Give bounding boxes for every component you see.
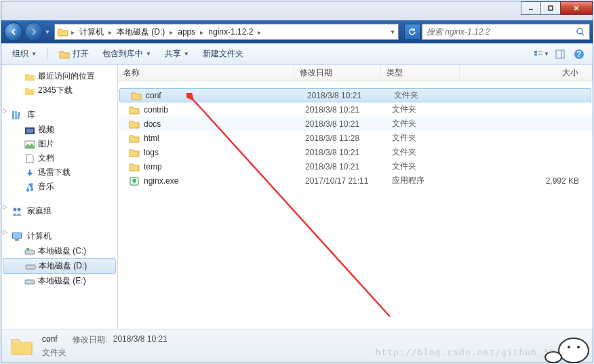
forward-button[interactable] [24, 22, 43, 41]
breadcrumb-apps[interactable]: apps [176, 26, 197, 37]
svg-rect-25 [25, 250, 35, 254]
file-date: 2018/3/8 10:21 [300, 162, 387, 171]
sidebar-library[interactable]: 库 [1, 107, 117, 123]
sidebar-disk-e[interactable]: 本地磁盘 (E:) [1, 274, 117, 288]
status-type: 文件夹 [42, 347, 66, 359]
view-options-button[interactable]: ▼ [533, 46, 549, 62]
svg-rect-15 [15, 111, 17, 119]
address-bar[interactable]: ▸ 计算机 ▸ 本地磁盘 (D:) ▸ apps ▸ nginx-1.12.2 … [54, 24, 399, 40]
include-library-button[interactable]: 包含到库中 ▼ [97, 45, 157, 62]
refresh-button[interactable] [404, 24, 420, 40]
column-headers: 名称 修改日期 类型 大小 [118, 65, 593, 81]
preview-pane-button[interactable] [552, 46, 568, 62]
file-row[interactable]: conf2018/3/8 10:21文件夹 [119, 88, 591, 102]
minimize-button[interactable] [521, 1, 541, 15]
file-row[interactable]: contrib2018/3/8 10:21文件夹 [118, 102, 593, 117]
document-icon [24, 154, 35, 163]
svg-rect-6 [534, 51, 537, 53]
new-folder-button[interactable]: 新建文件夹 [197, 45, 249, 62]
toolbar: 组织 ▼ 打开 包含到库中 ▼ 共享 ▼ 新建文件夹 ▼ ? [1, 43, 593, 65]
file-name: html [123, 134, 300, 143]
file-date: 2018/3/8 11:28 [300, 134, 387, 143]
status-name: conf [42, 334, 58, 346]
breadcrumb-computer[interactable]: 计算机 [77, 26, 106, 39]
chevron-right-icon: ▸ [170, 28, 173, 36]
svg-rect-14 [12, 111, 14, 119]
svg-point-32 [568, 346, 570, 348]
file-type: 文件夹 [387, 161, 465, 172]
svg-point-31 [559, 338, 589, 363]
organize-button[interactable]: 组织 ▼ [7, 45, 42, 62]
svg-rect-16 [17, 111, 20, 119]
file-row[interactable]: temp2018/3/8 10:21文件夹 [118, 159, 593, 174]
file-name: docs [123, 119, 300, 129]
explorer-window: ▼ ▸ 计算机 ▸ 本地磁盘 (D:) ▸ apps ▸ nginx-1.12.… [1, 1, 593, 363]
chevron-right-icon: ▸ [258, 28, 261, 36]
file-name: conf [125, 91, 302, 100]
sidebar-homegroup[interactable]: 家庭组 [1, 203, 117, 219]
sidebar-music[interactable]: 音乐 [1, 180, 117, 194]
file-row[interactable]: docs2018/3/8 10:21文件夹 [118, 117, 593, 131]
search-input[interactable] [427, 27, 576, 37]
search-box[interactable] [422, 24, 590, 40]
sidebar-documents[interactable]: 文档 [1, 151, 117, 165]
file-date: 2017/10/17 21:11 [300, 176, 387, 186]
svg-rect-7 [534, 54, 537, 56]
file-type: 应用程序 [387, 175, 465, 186]
svg-rect-18 [26, 129, 33, 133]
sidebar-disk-d[interactable]: 本地磁盘 (D:) [3, 258, 116, 274]
file-size: 2,992 KB [465, 176, 593, 186]
expand-icon[interactable]: ▷ [3, 203, 7, 210]
file-name: temp [123, 162, 300, 171]
svg-rect-1 [549, 6, 553, 10]
drive-icon [25, 262, 36, 271]
breadcrumb-nginx[interactable]: nginx-1.12.2 [206, 26, 255, 37]
sidebar-disk-c[interactable]: 本地磁盘 (C:) [1, 244, 117, 258]
file-type: 文件夹 [387, 132, 465, 144]
folder-icon [24, 86, 35, 96]
file-date: 2018/3/8 10:21 [300, 148, 387, 157]
homegroup-icon [11, 206, 23, 217]
sidebar-videos[interactable]: 视频 [1, 123, 117, 137]
file-name: logs [123, 148, 300, 157]
breadcrumb-disk[interactable]: 本地磁盘 (D:) [115, 26, 167, 39]
column-type[interactable]: 类型 [381, 65, 460, 81]
open-button[interactable]: 打开 [54, 45, 94, 62]
close-button[interactable] [560, 1, 593, 15]
file-row[interactable]: logs2018/3/8 10:21文件夹 [118, 145, 593, 159]
sidebar-pictures[interactable]: 图片 [1, 137, 117, 151]
address-dropdown-icon[interactable]: ▼ [390, 29, 395, 35]
watermark: http://blog.csdn.net/github_3906 [376, 347, 567, 357]
history-dropdown-icon[interactable]: ▼ [45, 29, 50, 35]
expand-icon[interactable]: ▷ [3, 228, 7, 235]
chevron-right-icon: ▸ [71, 28, 75, 36]
file-row[interactable]: nginx.exe2017/10/17 21:11应用程序2,992 KB [118, 174, 593, 188]
sidebar-xunlei[interactable]: 迅雷下载 [1, 165, 117, 180]
maximize-button[interactable] [540, 1, 561, 15]
chevron-right-icon: ▸ [108, 28, 112, 36]
library-icon [11, 110, 23, 121]
svg-rect-10 [556, 50, 564, 58]
column-size[interactable]: 大小 [460, 65, 593, 81]
expand-icon[interactable]: ▷ [3, 107, 7, 114]
folder-large-icon [9, 334, 34, 359]
help-button[interactable]: ? [571, 46, 587, 62]
svg-rect-27 [26, 265, 35, 269]
folder-open-icon [59, 49, 70, 59]
sidebar-2345download[interactable]: 2345下载 [1, 83, 117, 98]
file-name: contrib [123, 105, 300, 115]
content-area: 最近访问的位置 2345下载 ▷ 库 视频 图片 文档 迅雷下载 音乐 ▷ 家庭… [1, 65, 593, 329]
column-date[interactable]: 修改日期 [294, 65, 381, 81]
main-panel: 名称 修改日期 类型 大小 conf2018/3/8 10:21文件夹contr… [118, 65, 593, 329]
file-row[interactable]: html2018/3/8 11:28文件夹 [118, 131, 593, 145]
sidebar-recent[interactable]: 最近访问的位置 [1, 69, 117, 83]
svg-point-4 [577, 28, 582, 34]
back-button[interactable] [4, 22, 23, 41]
recent-icon [24, 72, 35, 81]
status-date: 2018/3/8 10:21 [113, 334, 167, 346]
sidebar-computer[interactable]: 计算机 [1, 228, 117, 244]
folder-icon [58, 27, 68, 37]
svg-text:?: ? [576, 49, 581, 59]
share-button[interactable]: 共享 ▼ [159, 45, 195, 62]
column-name[interactable]: 名称 [118, 65, 294, 81]
